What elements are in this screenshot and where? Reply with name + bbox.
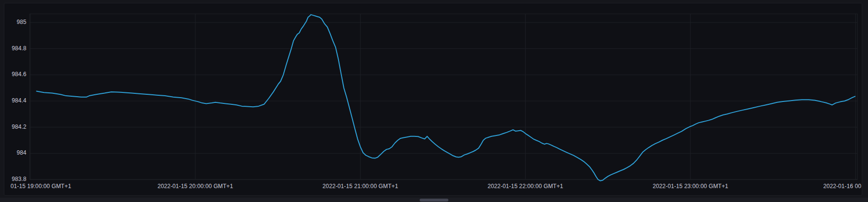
y-tick-label: 985 [2, 19, 26, 26]
x-tick-label: 2022-01-15 21:00:00 GMT+1 [323, 183, 399, 190]
timeseries-panel [4, 3, 862, 196]
x-tick-label: 2022-01-15 23:00:00 GMT+1 [653, 183, 728, 190]
y-tick-label: 984 [2, 149, 26, 157]
y-tick-label: 984.6 [2, 71, 26, 78]
x-tick-label: 2022-01-15 20:00:00 GMT+1 [157, 183, 233, 190]
scrollbar-thumb[interactable] [420, 199, 448, 202]
y-tick-label: 984.4 [2, 97, 26, 104]
x-tick-label: 2022-01-15 22:00:00 GMT+1 [488, 183, 563, 190]
horizontal-scrollbar[interactable] [0, 198, 868, 202]
x-tick-label: 01-15 19:00:00 GMT+1 [11, 183, 71, 190]
y-tick-label: 983.8 [2, 176, 26, 183]
x-tick-label: 2022-01-16 00 [823, 183, 861, 190]
y-tick-label: 984.2 [2, 123, 26, 131]
y-tick-label: 984.8 [2, 45, 26, 52]
